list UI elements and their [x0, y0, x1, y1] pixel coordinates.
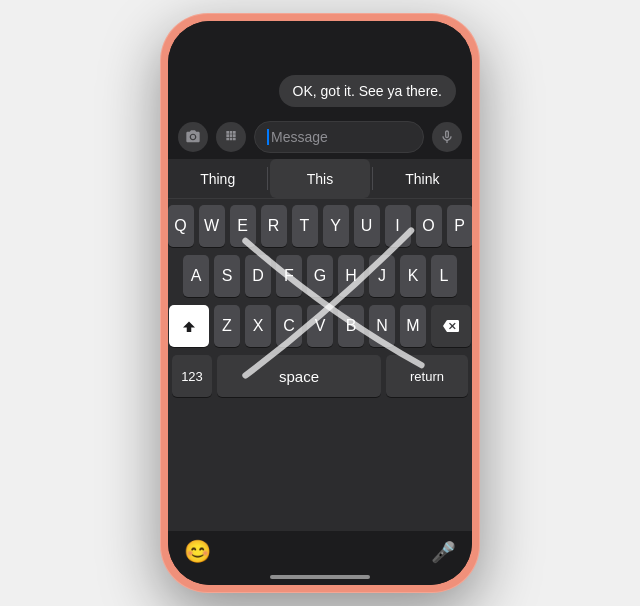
key-123[interactable]: 123: [172, 355, 212, 397]
bottom-bar: 😊 🎤: [168, 531, 472, 571]
key-K[interactable]: K: [400, 255, 426, 297]
space-label: space: [279, 368, 319, 385]
key-O[interactable]: O: [416, 205, 442, 247]
key-I[interactable]: I: [385, 205, 411, 247]
mic-bottom-button[interactable]: 🎤: [431, 540, 456, 564]
home-indicator: [270, 575, 370, 579]
key-Q[interactable]: Q: [168, 205, 194, 247]
key-row-2: A S D F G H J K L: [172, 255, 468, 297]
mic-button[interactable]: [432, 122, 462, 152]
predictive-think[interactable]: Think: [373, 159, 472, 198]
key-Z[interactable]: Z: [214, 305, 240, 347]
key-shift[interactable]: [169, 305, 209, 347]
key-V[interactable]: V: [307, 305, 333, 347]
key-row-bottom: 123 space return: [172, 355, 468, 397]
shift-icon: [180, 317, 198, 335]
key-D[interactable]: D: [245, 255, 271, 297]
key-T[interactable]: T: [292, 205, 318, 247]
input-placeholder: Message: [271, 129, 328, 145]
text-cursor: [267, 129, 269, 145]
key-M[interactable]: M: [400, 305, 426, 347]
pred-divider-left: [267, 167, 268, 190]
message-area: OK, got it. See ya there.: [168, 65, 472, 115]
camera-icon: [185, 129, 201, 145]
predictive-bar: Thing This Think: [168, 159, 472, 199]
key-W[interactable]: W: [199, 205, 225, 247]
message-input[interactable]: Message: [254, 121, 424, 153]
camera-icon-button[interactable]: [178, 122, 208, 152]
predictive-thing[interactable]: Thing: [168, 159, 267, 198]
home-indicator-bar: [168, 571, 472, 585]
key-backspace[interactable]: [431, 305, 471, 347]
predictive-this[interactable]: This: [270, 159, 369, 198]
key-row-3: Z X C V B N M: [172, 305, 468, 347]
microphone-icon: [439, 129, 455, 145]
appstore-icon-button[interactable]: [216, 122, 246, 152]
emoji-button[interactable]: 😊: [184, 539, 211, 565]
predictive-think-text: Think: [405, 171, 439, 187]
key-A[interactable]: A: [183, 255, 209, 297]
key-S[interactable]: S: [214, 255, 240, 297]
phone-frame: OK, got it. See ya there. Message: [160, 13, 480, 593]
key-C[interactable]: C: [276, 305, 302, 347]
status-bar: [168, 21, 472, 65]
appstore-icon: [223, 129, 239, 145]
key-Y[interactable]: Y: [323, 205, 349, 247]
key-G[interactable]: G: [307, 255, 333, 297]
key-E[interactable]: E: [230, 205, 256, 247]
key-return[interactable]: return: [386, 355, 468, 397]
predictive-thing-text: Thing: [200, 171, 235, 187]
message-bubble: OK, got it. See ya there.: [279, 75, 456, 107]
key-R[interactable]: R: [261, 205, 287, 247]
key-P[interactable]: P: [447, 205, 473, 247]
key-X[interactable]: X: [245, 305, 271, 347]
key-row-1: Q W E R T Y U I O P: [172, 205, 468, 247]
key-N[interactable]: N: [369, 305, 395, 347]
key-U[interactable]: U: [354, 205, 380, 247]
num-label: 123: [181, 369, 203, 384]
backspace-icon: [441, 318, 461, 334]
key-J[interactable]: J: [369, 255, 395, 297]
return-label: return: [410, 369, 444, 384]
keyboard: Q W E R T Y U I O P A S D F G H J K: [168, 199, 472, 531]
phone-screen: OK, got it. See ya there. Message: [168, 21, 472, 585]
predictive-this-text: This: [307, 171, 333, 187]
key-B[interactable]: B: [338, 305, 364, 347]
key-H[interactable]: H: [338, 255, 364, 297]
key-space[interactable]: space: [217, 355, 381, 397]
message-text: OK, got it. See ya there.: [293, 83, 442, 99]
key-F[interactable]: F: [276, 255, 302, 297]
input-bar: Message: [168, 115, 472, 159]
key-L[interactable]: L: [431, 255, 457, 297]
